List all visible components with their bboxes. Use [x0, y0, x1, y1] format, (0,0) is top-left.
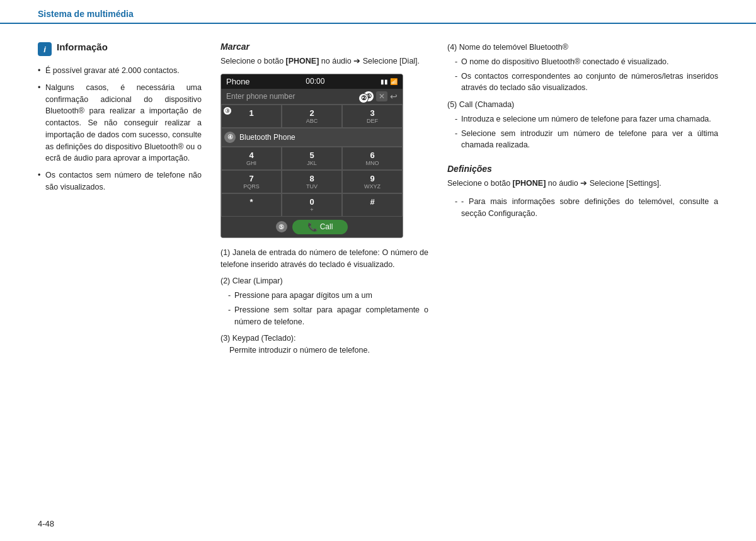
definicoes-section: Definições Selecione o botão [PHONE] no …: [447, 164, 718, 219]
key-cell-1[interactable]: ③ 1: [221, 105, 282, 128]
phone-call-row: ⑤ 📞 Call: [221, 217, 403, 237]
info-box: i Informação: [38, 42, 202, 56]
right-item-5: (5) Call (Chamada) Introduza e selecione…: [447, 99, 718, 151]
list-item: Os contactos sem número de telefone não …: [38, 169, 202, 193]
key-main-7: 7: [224, 174, 278, 183]
sub-item-5-2: Selecione sem introduzir um número de te…: [455, 128, 718, 152]
key-sub-4: GHI: [224, 160, 278, 166]
call-phone-icon: 📞: [307, 222, 318, 232]
page-header: Sistema de multimédia: [0, 0, 756, 24]
num-label-3: (3): [220, 334, 232, 343]
sub-item-2-1: Pressione para apagar dígitos um a um: [228, 290, 428, 302]
definicoes-intro: Selecione o botão [PHONE] no áudio ➔ Sel…: [447, 178, 718, 190]
page-number: 4-48: [38, 519, 54, 528]
key-main-star: *: [224, 197, 278, 207]
sub-list-5: Introduza e selecione um número de telef…: [447, 113, 718, 151]
phone-input-row: Enter phone number ① ✕ ↩: [221, 89, 403, 105]
keypad-grid: ③ 1 2 ABC 3 DEF ④ Bluetooth Phone: [221, 105, 403, 217]
info-icon: i: [38, 42, 52, 56]
info-title: Informação: [57, 42, 108, 52]
right-num-5: (5): [447, 100, 459, 109]
section-heading-marcar: Marcar: [220, 42, 428, 52]
circle-3: ③: [223, 106, 232, 115]
clear-btn[interactable]: ✕: [376, 91, 387, 101]
page-footer: 4-48: [38, 519, 54, 528]
right-item-4: (4) Nome do telemóvel Bluetooth® O nome …: [447, 42, 718, 94]
key-main-0: 0: [285, 197, 339, 207]
battery-icon: ▮▮: [381, 78, 388, 85]
key-cell-6[interactable]: 6 MNO: [342, 147, 403, 170]
key-main-2: 2: [285, 108, 339, 118]
bluetooth-row: ④ Bluetooth Phone: [221, 128, 403, 147]
key-cell-hash[interactable]: #: [342, 193, 403, 217]
key-sub-7: PQRS: [224, 183, 278, 190]
section-heading-definicoes: Definições: [447, 164, 718, 174]
phone-header: Phone 00:00 ▮▮ 📶: [221, 74, 403, 89]
key-cell-8[interactable]: 8 TUV: [282, 170, 342, 193]
key-sub-9: WXYZ: [345, 183, 399, 190]
info-bullets-list: É possível gravar até 2.000 contactos. N…: [38, 65, 202, 193]
key-main-3: 3: [345, 108, 399, 118]
key-main-5: 5: [285, 151, 339, 160]
key-main-8: 8: [285, 174, 339, 183]
list-item: É possível gravar até 2.000 contactos.: [38, 65, 202, 77]
page-title: Sistema de multimédia: [38, 9, 718, 23]
key-cell-0[interactable]: 0 +: [282, 193, 342, 217]
num-label-2: (2): [220, 276, 232, 285]
right-num-4: (4): [447, 43, 459, 52]
key-cell-5[interactable]: 5 JKL: [282, 147, 342, 170]
key-main-1: 1: [224, 108, 278, 118]
key-main-6: 6: [345, 151, 399, 160]
signal-icon: 📶: [390, 78, 398, 85]
circle-4: ④: [224, 132, 236, 143]
key-sub-8: TUV: [285, 183, 339, 190]
key-cell-7[interactable]: 7 PQRS: [221, 170, 282, 193]
key-sub-0: +: [285, 207, 339, 213]
key-cell-4[interactable]: 4 GHI: [221, 147, 282, 170]
definicoes-sub-list: - Para mais informações sobre definições…: [447, 196, 718, 220]
phone-time: 00:00: [306, 77, 324, 86]
key-main-hash: #: [345, 197, 399, 207]
numbered-item-1: (1) Janela de entrada do número de telef…: [220, 247, 428, 271]
left-column: i Informação É possível gravar até 2.000…: [38, 42, 202, 362]
key-sub-2: ABC: [285, 118, 339, 124]
bluetooth-label: Bluetooth Phone: [239, 133, 295, 142]
sub-item-2-2: Pressione sem soltar para apagar complet…: [228, 304, 428, 328]
phone-label: Phone: [226, 77, 250, 86]
sub-list-4: O nome do dispositivo Bluetooth® conecta…: [447, 56, 718, 94]
main-content: i Informação É possível gravar até 2.000…: [0, 29, 756, 374]
key-main-4: 4: [224, 151, 278, 160]
numbered-item-3: (3) Keypad (Teclado): Permite introduzir…: [220, 333, 428, 356]
call-label: Call: [320, 222, 333, 231]
key-cell-2[interactable]: 2 ABC: [282, 105, 342, 128]
num-label-1: (1): [220, 248, 232, 257]
circle-5: ⑤: [276, 221, 287, 232]
numbered-item-2: (2) Clear (Limpar) Pressione para apagar…: [220, 275, 428, 327]
key-main-9: 9: [345, 174, 399, 183]
phone-ui-mockup: Phone 00:00 ▮▮ 📶 Enter phone number ① ✕ …: [220, 74, 403, 238]
circle-2: ②: [358, 93, 369, 103]
key-cell-3[interactable]: 3 DEF: [342, 105, 403, 128]
key-cell-9[interactable]: 9 WXYZ: [342, 170, 403, 193]
right-column: (4) Nome do telemóvel Bluetooth® O nome …: [447, 42, 718, 362]
sub-item-4-1: O nome do dispositivo Bluetooth® conecta…: [455, 56, 718, 68]
marcar-intro: Selecione o botão [PHONE] no áudio ➔ Sel…: [220, 55, 428, 67]
call-button[interactable]: 📞 Call: [292, 220, 348, 234]
phone-number-field: Enter phone number: [226, 92, 361, 101]
phone-status-icons: ▮▮ 📶: [381, 78, 398, 85]
middle-column: Marcar Selecione o botão [PHONE] no áudi…: [220, 42, 428, 362]
sub-list-2: Pressione para apagar dígitos um a um Pr…: [220, 290, 428, 327]
key-sub-3: DEF: [345, 118, 399, 124]
sub-item-5-1: Introduza e selecione um número de telef…: [455, 113, 718, 125]
back-btn[interactable]: ↩: [390, 91, 398, 101]
key-sub-6: MNO: [345, 160, 399, 166]
key-cell-star[interactable]: *: [221, 193, 282, 217]
key-sub-5: JKL: [285, 160, 339, 166]
definicoes-sub-item: - Para mais informações sobre definições…: [455, 196, 718, 220]
sub-item-4-2: Os contactos correspondentes ao conjunto…: [455, 71, 718, 94]
list-item: Nalguns casos, é necessária uma confirma…: [38, 82, 202, 164]
